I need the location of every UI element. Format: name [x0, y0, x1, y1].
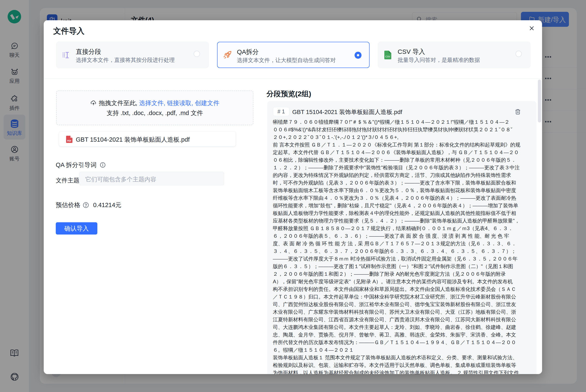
svg-text:CSV: CSV	[385, 55, 390, 58]
svg-text:PDF: PDF	[67, 140, 71, 142]
